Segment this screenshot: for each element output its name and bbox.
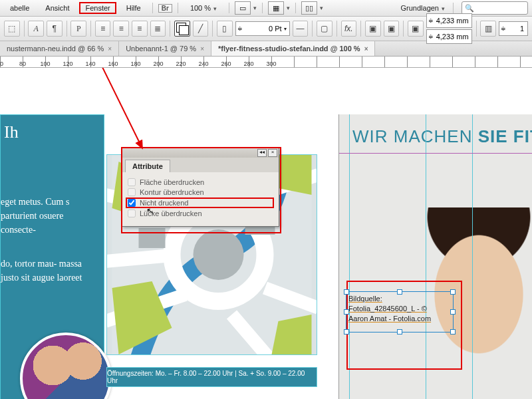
doc-tab-2[interactable]: Unbenannt-1 @ 79 % × [119, 41, 211, 56]
checkbox-luecke [128, 209, 136, 217]
para-1: eget metus. Cum s parturient osuere cons… [1, 195, 98, 237]
guide-vertical[interactable] [349, 114, 350, 399]
menu-item-fenster[interactable]: Fenster [79, 2, 116, 14]
svg-rect-3 [139, 228, 166, 248]
opening-hours: Öffnungszeiten: Mo. – Fr. 8.00 – 22.00 U… [106, 367, 317, 387]
headline-a: WIR MACHEN [352, 126, 478, 146]
menu-item-ansicht[interactable]: Ansicht [39, 2, 75, 14]
control-toolbar: ⬚ A ¶ P ≡ ≡ ≡ ≣ ╱ ▯ ≑ ▾ — ▢ fx. ▣ ▣ ▣ ≑ … [0, 17, 532, 41]
align-left-icon[interactable]: ≡ [95, 21, 111, 37]
arrange-icon[interactable]: ▯▯ [301, 1, 317, 15]
doc-tab-1[interactable]: nustermann-neu.indd @ 66 % × [0, 41, 119, 56]
stroke-style-icon[interactable]: ╱ [193, 21, 209, 37]
para-format-icon[interactable]: ¶ [47, 21, 63, 37]
corner-options-icon[interactable]: ▢ [317, 21, 332, 37]
screen-mode-icon[interactable]: ▦ [268, 1, 284, 15]
panel-tab-attribute[interactable]: Attribute [125, 160, 170, 172]
zoom-level[interactable]: 100 % [184, 3, 223, 13]
svg-point-2 [194, 229, 244, 280]
flyer-front-panel: WIR MACHEN SIE FIT [338, 114, 532, 399]
columns-field[interactable]: ≑ [499, 21, 528, 36]
doc-tab-1-label: nustermann-neu.indd @ 66 % [7, 45, 104, 53]
headline-b: SIE FIT [478, 126, 532, 146]
view-mode-icon[interactable]: ▭ [235, 1, 251, 15]
workspace-switcher[interactable]: Grundlagen [401, 4, 446, 12]
menu-item-hilfe[interactable]: Hilfe [120, 2, 147, 14]
cursor-icon: ↖ [146, 205, 156, 217]
image-credit-text: Bildquelle: Fotolia_42845600_L - © Aaron… [348, 294, 455, 324]
text-wrap-icon-1[interactable]: ▣ [365, 21, 381, 37]
opening-hours-text: Öffnungszeiten: Mo. – Fr. 8.00 – 22.00 U… [107, 370, 317, 384]
menu-item-tabelle[interactable]: abelle [4, 2, 35, 14]
para-2: do, tortor mau- massa justo sit augue la… [1, 257, 98, 285]
attributes-panel[interactable]: ◂◂ × Attribute Fläche überdrucken Kontur… [122, 148, 279, 227]
attr-row-kontur: Kontur überdrucken [128, 188, 273, 196]
checkbox-nicht-druckend[interactable] [128, 199, 136, 207]
frame-fit-icon[interactable]: ▣ [408, 21, 424, 37]
attr-label: Fläche überdrucken [140, 178, 204, 186]
checkbox-kontur [128, 188, 136, 196]
close-icon[interactable]: × [200, 45, 204, 53]
panel-titlebar[interactable]: ◂◂ × [122, 148, 279, 158]
panel-collapse-icon[interactable]: ◂◂ [257, 149, 267, 157]
horizontal-ruler[interactable]: 60 80 100 120 140 160 180 200 220 240 26… [0, 57, 532, 68]
char-format-icon[interactable]: A [28, 21, 44, 37]
close-icon[interactable]: × [364, 45, 368, 53]
credit-line2: Fotolia_42845600_L - © [348, 304, 455, 314]
stroke-weight-field[interactable]: ≑ ▾ [235, 21, 290, 36]
document-workspace[interactable]: eget metus. Cum s parturient osuere cons… [0, 68, 532, 399]
selection-icon[interactable]: ⬚ [4, 21, 20, 37]
width-field[interactable]: ≑ [426, 13, 472, 28]
align-center-icon[interactable]: ≡ [113, 21, 129, 37]
panel-close-icon[interactable]: × [268, 149, 277, 157]
doc-tab-2-label: Unbenannt-1 @ 79 % [126, 45, 196, 53]
headline: WIR MACHEN SIE FIT [352, 126, 532, 147]
distribute-icon[interactable]: ≣ [150, 21, 166, 37]
fill-swatch[interactable] [174, 21, 190, 37]
attr-row-flaeche: Fläche überdrucken [128, 178, 273, 186]
bridge-badge[interactable]: Br [158, 4, 172, 13]
close-icon[interactable]: × [108, 45, 112, 53]
attr-label: Kontur überdrucken [140, 188, 204, 196]
checkbox-flaeche [128, 178, 136, 186]
align-right-icon[interactable]: ≡ [132, 21, 148, 37]
stroke-weight-icon: ▯ [217, 21, 233, 37]
placeholder-icon[interactable]: P [70, 21, 86, 37]
search-icon: 🔍 [465, 4, 474, 13]
height-input[interactable] [436, 33, 469, 41]
columns-icon[interactable]: ▥ [480, 21, 496, 37]
doc-tab-3-label: *flyer-fitness-studio-stefan.indd @ 100 … [218, 45, 360, 53]
credit-line3: Aaron Amat - Fotolia.com [348, 314, 455, 324]
heading-fragment: Ih [4, 122, 19, 142]
doc-tab-3[interactable]: *flyer-fitness-studio-stefan.indd @ 100 … [211, 41, 376, 56]
text-wrap-icon-2[interactable]: ▣ [384, 21, 400, 37]
credit-line1: Bildquelle: [348, 294, 455, 304]
search-box[interactable]: 🔍 [462, 1, 528, 15]
stroke-weight-input[interactable] [245, 25, 282, 33]
guide-vertical[interactable] [472, 114, 473, 399]
columns-input[interactable] [508, 25, 524, 33]
height-field[interactable]: ≑ [426, 29, 472, 44]
width-input[interactable] [436, 17, 469, 25]
guide-horizontal[interactable] [339, 153, 532, 154]
ruler-tick: 300 [249, 61, 294, 67]
stroke-type-icon[interactable]: — [293, 21, 309, 37]
guide-vertical[interactable] [426, 114, 426, 399]
effects-icon[interactable]: fx. [341, 21, 357, 37]
